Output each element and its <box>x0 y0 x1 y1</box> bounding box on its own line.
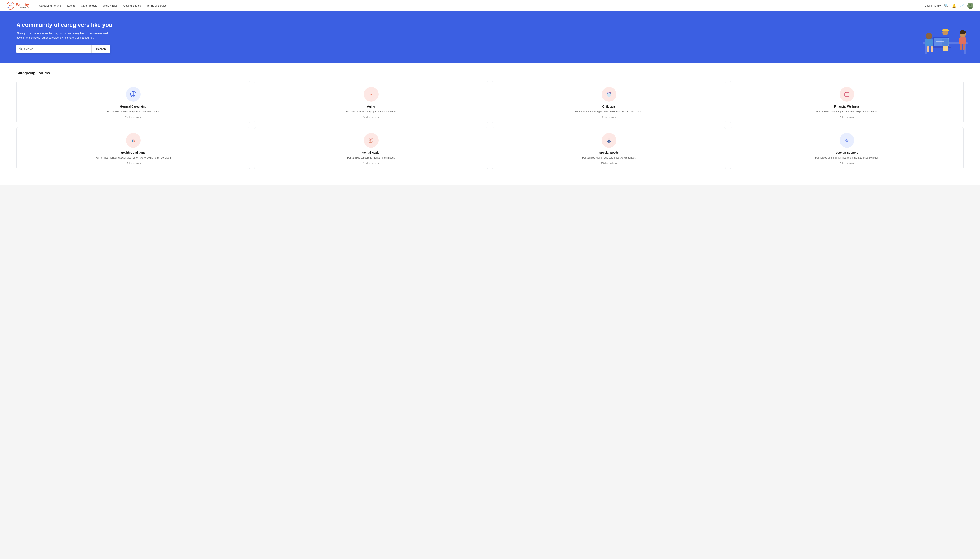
forum-desc-veteran-support: For heroes and their families who have s… <box>815 156 878 160</box>
search-inline-icon: 🔍 <box>19 47 23 51</box>
svg-point-58 <box>608 141 610 143</box>
envelope-icon: ✉️ <box>960 3 964 8</box>
search-input-wrap: 🔍 <box>17 45 91 53</box>
forum-title-financial-wellness: Financial Wellness <box>834 105 859 108</box>
svg-rect-17 <box>944 29 947 31</box>
forum-icon-general-caregiving <box>126 87 141 102</box>
forum-count-financial-wellness: 2 discussions <box>839 116 854 119</box>
forum-desc-special-needs: For families with unique care needs or d… <box>582 156 635 160</box>
nav-events[interactable]: Events <box>67 4 75 7</box>
forum-title-childcare: Childcare <box>602 105 615 108</box>
forum-count-health-conditions: 15 discussions <box>125 162 141 165</box>
hero-title: A community of caregivers like you <box>17 21 139 28</box>
forum-title-aging: Aging <box>367 105 375 108</box>
notifications-button[interactable]: 🔔 <box>952 3 956 8</box>
forums-section-title: Caregiving Forums <box>17 71 963 75</box>
forum-card-mental-health[interactable]: Mental Health For families supporting me… <box>254 127 488 169</box>
avatar-image <box>967 3 973 9</box>
svg-rect-13 <box>927 46 929 53</box>
svg-rect-10 <box>931 47 952 48</box>
forum-card-financial-wellness[interactable]: Financial Wellness For families navigati… <box>730 81 963 123</box>
forum-icon-financial-wellness <box>839 87 854 102</box>
svg-point-11 <box>926 33 932 39</box>
forum-title-special-needs: Special Needs <box>599 151 619 154</box>
forum-card-childcare[interactable]: Childcare For families balancing parenth… <box>492 81 726 123</box>
illustration-svg <box>910 22 980 63</box>
main-content: Caregiving Forums General Caregiving For… <box>0 63 980 185</box>
forum-card-health-conditions[interactable]: Health Conditions For families managing … <box>17 127 250 169</box>
forum-title-general-caregiving: General Caregiving <box>120 105 146 108</box>
svg-rect-19 <box>943 46 945 51</box>
hero-section: A community of caregivers like you Share… <box>0 12 980 63</box>
forum-desc-mental-health: For families supporting mental health ne… <box>347 156 395 160</box>
svg-point-38 <box>609 92 611 93</box>
forum-count-mental-health: 11 discussions <box>363 162 379 165</box>
logo-link[interactable]: Wellthy COMMUNITY <box>7 2 31 10</box>
forum-title-health-conditions: Health Conditions <box>121 151 146 154</box>
forum-desc-health-conditions: For families managing a complex, chronic… <box>96 156 171 160</box>
forum-desc-general-caregiving: For families to discuss general caregivi… <box>107 110 159 113</box>
svg-rect-24 <box>960 44 962 50</box>
forum-count-aging: 34 discussions <box>363 116 379 119</box>
forum-card-special-needs[interactable]: Special Needs For families with unique c… <box>492 127 726 169</box>
svg-point-35 <box>608 94 609 95</box>
hero-subtitle: Share your experiences — the ups, downs,… <box>17 31 114 40</box>
svg-rect-25 <box>963 44 965 50</box>
messages-button[interactable]: ✉️ <box>960 3 964 8</box>
forum-title-mental-health: Mental Health <box>362 151 380 154</box>
svg-point-60 <box>846 139 848 141</box>
forum-icon-special-needs <box>602 133 616 148</box>
svg-rect-26 <box>934 38 948 46</box>
forum-desc-childcare: For families balancing parenthood with c… <box>575 110 643 113</box>
nav-getting-started[interactable]: Getting Started <box>123 4 141 7</box>
forum-card-general-caregiving[interactable]: General Caregiving For families to discu… <box>17 81 250 123</box>
svg-rect-14 <box>930 46 933 53</box>
logo-community: COMMUNITY <box>16 7 31 8</box>
forum-desc-financial-wellness: For families navigating financial hardsh… <box>816 110 877 113</box>
search-icon: 🔍 <box>944 3 948 8</box>
language-selector[interactable]: English (en) ▾ <box>925 4 941 7</box>
forum-grid-row2: Health Conditions For families managing … <box>17 127 963 169</box>
forum-grid-row1: General Caregiving For families to discu… <box>17 81 963 123</box>
forum-count-childcare: 6 discussions <box>602 116 616 119</box>
hero-illustration <box>910 22 980 63</box>
svg-rect-20 <box>945 46 947 51</box>
forum-desc-aging: For families navigating aging-related co… <box>346 110 396 113</box>
forum-count-special-needs: 15 discussions <box>601 162 617 165</box>
svg-point-53 <box>609 138 610 139</box>
nav-actions: English (en) ▾ 🔍 🔔 ✉️ <box>925 3 973 9</box>
forum-icon-health-conditions <box>126 133 141 148</box>
forum-count-veteran-support: 7 discussions <box>839 162 854 165</box>
forum-count-general-caregiving: 25 discussions <box>125 116 141 119</box>
search-bar: 🔍 Search <box>17 45 110 53</box>
nav-wellthy-blog[interactable]: Wellthy Blog <box>103 4 118 7</box>
svg-point-3 <box>969 4 972 6</box>
search-button[interactable]: Search <box>91 45 110 53</box>
nav-links: Caregiving Forums Events Care Projects W… <box>39 4 925 7</box>
logo-icon <box>7 2 14 10</box>
forum-card-veteran-support[interactable]: Veteran Support For heroes and their fam… <box>730 127 963 169</box>
svg-rect-23 <box>959 37 966 44</box>
user-avatar[interactable] <box>967 3 973 9</box>
forum-icon-aging <box>364 87 378 102</box>
nav-terms[interactable]: Terms of Service <box>147 4 167 7</box>
nav-caregiving-forums[interactable]: Caregiving Forums <box>39 4 62 7</box>
bell-icon: 🔔 <box>952 3 956 8</box>
forum-icon-veteran-support <box>839 133 854 148</box>
svg-rect-12 <box>925 39 933 46</box>
hero-content: A community of caregivers like you Share… <box>17 21 139 53</box>
svg-point-22 <box>960 30 966 34</box>
navbar: Wellthy COMMUNITY Caregiving Forums Even… <box>0 0 980 12</box>
search-input[interactable] <box>24 47 89 51</box>
forum-card-aging[interactable]: Aging For families navigating aging-rela… <box>254 81 488 123</box>
nav-care-projects[interactable]: Care Projects <box>81 4 97 7</box>
logo-wellthy: Wellthy <box>16 3 31 7</box>
forum-title-veteran-support: Veteran Support <box>836 151 858 154</box>
svg-point-36 <box>610 94 610 95</box>
search-icon-button[interactable]: 🔍 <box>944 3 948 8</box>
logo-text: Wellthy COMMUNITY <box>16 3 31 8</box>
forum-icon-mental-health <box>364 133 378 148</box>
forum-icon-childcare <box>602 87 616 102</box>
svg-point-37 <box>607 92 609 93</box>
